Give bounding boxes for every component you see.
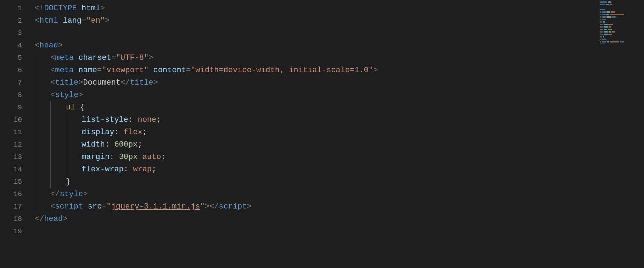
code-token: <	[50, 53, 55, 62]
code-token: {	[80, 103, 85, 112]
line-number: 2	[0, 15, 28, 27]
code-token: </	[209, 202, 219, 211]
code-token: ;	[138, 140, 142, 149]
code-line[interactable]: flex-wrap: wrap;	[28, 163, 644, 176]
code-token: Document	[83, 78, 121, 87]
indent-guide	[66, 151, 66, 163]
code-token: ul	[66, 103, 75, 112]
indent-guide	[35, 188, 35, 200]
code-token: :	[105, 140, 114, 149]
code-line[interactable]: margin: 30px auto;	[28, 151, 644, 163]
indent-guide	[66, 138, 66, 151]
code-token: </	[121, 78, 130, 87]
code-line[interactable]	[28, 27, 644, 39]
code-line[interactable]: <html lang="en">	[28, 15, 644, 27]
code-token: meta	[55, 53, 74, 62]
code-token: charset	[78, 53, 111, 62]
indent-guide	[35, 89, 35, 101]
code-token: <	[50, 78, 55, 87]
code-token: "	[106, 202, 111, 211]
code-token: ;	[152, 165, 156, 174]
minimap[interactable]	[600, 1, 643, 44]
code-line[interactable]: list-style: none;	[28, 114, 644, 126]
code-line[interactable]: display: flex;	[28, 126, 644, 138]
line-number: 7	[0, 76, 28, 89]
code-token: list-style	[82, 115, 128, 124]
code-token	[74, 53, 78, 62]
line-number: 6	[0, 64, 28, 76]
code-token	[75, 103, 80, 112]
code-token: 600	[114, 140, 128, 149]
line-number: 11	[0, 126, 28, 138]
code-token: <!	[35, 4, 44, 13]
code-line[interactable]: width: 600px;	[28, 138, 644, 151]
code-token: >	[78, 78, 83, 87]
code-token: lang	[63, 16, 82, 25]
code-area[interactable]: <!DOCTYPE html><html lang="en"><head><me…	[28, 0, 644, 268]
code-token: script	[55, 202, 83, 211]
code-token: html	[82, 4, 100, 13]
code-token: ;	[156, 115, 161, 124]
code-token: <	[35, 16, 39, 25]
code-token: DOCTYPE	[44, 4, 77, 13]
code-line[interactable]	[28, 225, 644, 238]
code-token: =	[82, 16, 86, 25]
code-token: <	[50, 91, 55, 99]
code-line[interactable]: <meta name="viewport" content="width=dev…	[28, 64, 644, 76]
line-number: 12	[0, 138, 28, 151]
code-line[interactable]: <meta charset="UTF-8">	[28, 52, 644, 64]
code-token	[74, 66, 78, 75]
code-token: <	[35, 41, 39, 50]
code-token: flex	[124, 128, 142, 137]
code-token: <	[50, 66, 55, 75]
indent-guide	[50, 126, 51, 138]
code-line[interactable]: <head>	[28, 39, 644, 52]
code-token: none	[138, 115, 156, 124]
code-token: >	[105, 16, 110, 25]
code-token: >	[58, 41, 63, 50]
code-token: :	[110, 153, 119, 161]
code-editor[interactable]: 12345678910111213141516171819 <!DOCTYPE …	[0, 0, 644, 268]
line-number: 4	[0, 39, 28, 52]
code-token: <	[50, 202, 55, 211]
code-token: head	[44, 215, 63, 223]
code-line[interactable]: <title>Document</title>	[28, 76, 644, 89]
indent-guide	[50, 163, 51, 176]
code-token: px	[128, 153, 138, 161]
code-token: title	[55, 78, 78, 87]
line-number: 10	[0, 114, 28, 126]
code-token: "UTF-8"	[116, 53, 149, 62]
line-number-gutter: 12345678910111213141516171819	[0, 0, 28, 268]
indent-guide	[50, 151, 51, 163]
indent-guide	[35, 126, 35, 138]
indent-guide	[35, 52, 35, 64]
code-token: flex-wrap	[82, 165, 124, 174]
line-number: 18	[0, 213, 28, 225]
indent-guide	[50, 101, 51, 114]
code-token: ;	[142, 128, 147, 137]
code-token: name	[78, 66, 97, 75]
code-token: "en"	[86, 16, 105, 25]
code-token	[138, 153, 142, 161]
indent-guide	[35, 138, 35, 151]
code-token: ;	[161, 153, 166, 161]
line-number: 9	[0, 101, 28, 114]
indent-guide	[50, 138, 51, 151]
line-number: 15	[0, 176, 28, 188]
code-token: auto	[142, 153, 161, 161]
code-token: >	[78, 91, 83, 99]
code-line[interactable]: ul {	[28, 101, 644, 114]
code-line[interactable]: </head>	[28, 213, 644, 225]
code-line[interactable]: </style>	[28, 188, 644, 200]
code-token	[77, 4, 82, 13]
code-token: "viewport"	[102, 66, 149, 75]
code-line[interactable]: }	[28, 176, 644, 188]
code-line[interactable]: <!DOCTYPE html>	[28, 2, 644, 15]
code-line[interactable]: <script src="jquery-3.1.1.min.js"></scri…	[28, 200, 644, 213]
line-number: 5	[0, 52, 28, 64]
code-token: 30	[119, 153, 128, 161]
code-line[interactable]: <style>	[28, 89, 644, 101]
line-number: 19	[0, 225, 28, 238]
code-token: :	[124, 165, 133, 174]
code-token: </	[50, 190, 60, 199]
